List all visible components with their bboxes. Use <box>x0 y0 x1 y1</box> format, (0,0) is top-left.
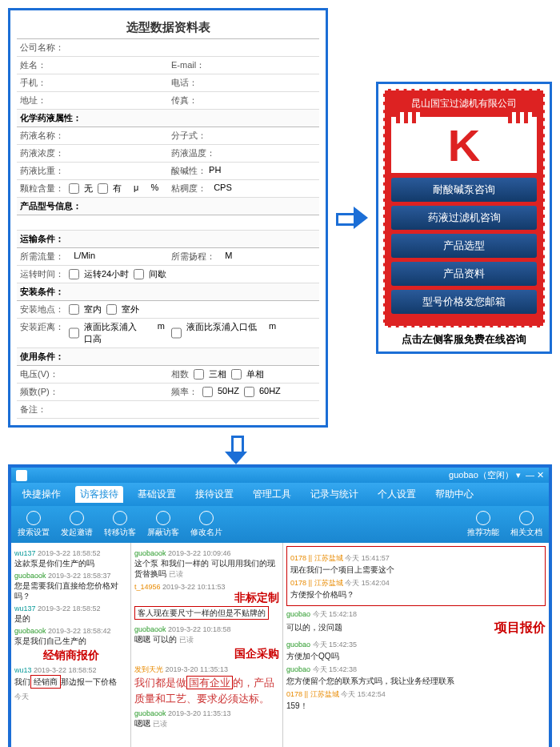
single-phase-checkbox[interactable] <box>231 368 242 380</box>
selection-form-panel: 选型数据资料表 公司名称： 姓名： E-mail： 手机： 电话： 地址： 传真… <box>8 8 328 428</box>
lbl-company: 公司名称： <box>20 42 64 54</box>
tool-block[interactable]: 屏蔽访客 <box>147 511 179 538</box>
tab-7[interactable]: 帮助中心 <box>430 486 478 503</box>
edit-icon <box>199 511 214 525</box>
tab-4[interactable]: 管理工具 <box>248 486 296 503</box>
dealer-quote-label: 经销商报价 <box>43 649 99 661</box>
tool-transfer[interactable]: 转移访客 <box>104 511 136 538</box>
k-logo-icon: K <box>391 117 537 173</box>
hz50-checkbox[interactable] <box>202 386 213 398</box>
chat-app: guobao（空闲） ▾ — ✕ 快捷操作 访客接待 基础设置 接待设置 管理工… <box>8 464 552 747</box>
form-title: 选型数据资料表 <box>17 17 319 39</box>
run24-checkbox[interactable] <box>69 268 79 280</box>
chat-col-3: 0178 || 江苏盐城 今天 15:41:57 现在我们一个项目上需要这个 0… <box>283 543 549 747</box>
nonstd-box: 客人现在要尺寸一样的但是不贴牌的 <box>134 606 269 620</box>
promo-caption: 点击左侧客服免费在线咨询 <box>383 327 545 347</box>
promo-btn-4[interactable]: 型号价格发您邮箱 <box>391 290 537 314</box>
chat-tabs: 快捷操作 访客接待 基础设置 接待设置 管理工具 记录与统计 个人设置 帮助中心 <box>11 483 549 506</box>
promo-btn-0[interactable]: 耐酸碱泵咨询 <box>391 178 537 202</box>
particle-have-checkbox[interactable] <box>98 183 108 195</box>
transfer-icon <box>113 511 127 525</box>
chat-titlebar: guobao（空闲） ▾ — ✕ <box>11 468 549 483</box>
promo-btn-3[interactable]: 产品资料 <box>391 262 537 286</box>
chat-col-1: wu137 2019-3-22 18:58:52 这款泵是你们生产的吗 guob… <box>11 543 131 747</box>
inlet-high-checkbox[interactable] <box>69 321 79 345</box>
tab-3[interactable]: 接待设置 <box>190 486 238 503</box>
tool-docs[interactable]: 相关文档 <box>510 511 542 538</box>
particle-none-checkbox[interactable] <box>69 183 79 195</box>
nonstd-label: 非标定制 <box>234 591 279 604</box>
promo-company: 昆山国宝过滤机有限公司 <box>388 95 540 112</box>
tool-search[interactable]: 搜索设置 <box>18 511 50 538</box>
intermittent-checkbox[interactable] <box>134 268 144 280</box>
tab-5[interactable]: 记录与统计 <box>306 486 363 503</box>
doc-icon <box>519 511 534 525</box>
outdoor-checkbox[interactable] <box>106 303 117 315</box>
hz60-checkbox[interactable] <box>244 386 254 398</box>
account-label[interactable]: guobao（空闲） <box>449 469 514 481</box>
tool-recommend[interactable]: 推荐功能 <box>467 511 499 538</box>
tab-6[interactable]: 个人设置 <box>373 486 421 503</box>
soe-rich-msg: 我们都是做国有企业的，产品质量和工艺、要求必须达标。 <box>134 675 279 706</box>
invite-icon <box>70 511 84 525</box>
app-logo-icon <box>16 470 27 481</box>
promo-btn-2[interactable]: 产品选型 <box>391 234 537 258</box>
tool-editcard[interactable]: 修改名片 <box>190 511 222 538</box>
project-quote-label: 项目报价 <box>494 620 546 637</box>
chat-col-2: guobaook 2019-3-22 10:09:46 这个泵 和我们一样的 可… <box>131 543 283 747</box>
tab-0[interactable]: 快捷操作 <box>18 486 66 503</box>
star-icon <box>476 511 490 525</box>
chat-toolbar: 搜索设置 发起邀请 转移访客 屏蔽访客 修改名片 推荐功能 相关文档 <box>11 506 549 543</box>
soe-label: 国企采购 <box>234 647 279 660</box>
arrow-right-icon <box>336 202 368 234</box>
promo-panel: 昆山国宝过滤机有限公司 K 耐酸碱泵咨询 药液过滤机咨询 产品选型 产品资料 型… <box>376 82 552 354</box>
promo-btn-1[interactable]: 药液过滤机咨询 <box>391 206 537 230</box>
outlet-low-checkbox[interactable] <box>171 321 182 345</box>
arrow-down-icon <box>220 436 252 464</box>
search-icon <box>26 511 41 525</box>
tab-2[interactable]: 基础设置 <box>133 486 181 503</box>
block-icon <box>156 511 170 525</box>
three-phase-checkbox[interactable] <box>194 368 204 380</box>
tab-1[interactable]: 访客接待 <box>75 486 123 503</box>
tool-invite[interactable]: 发起邀请 <box>61 511 93 538</box>
indoor-checkbox[interactable] <box>69 303 79 315</box>
